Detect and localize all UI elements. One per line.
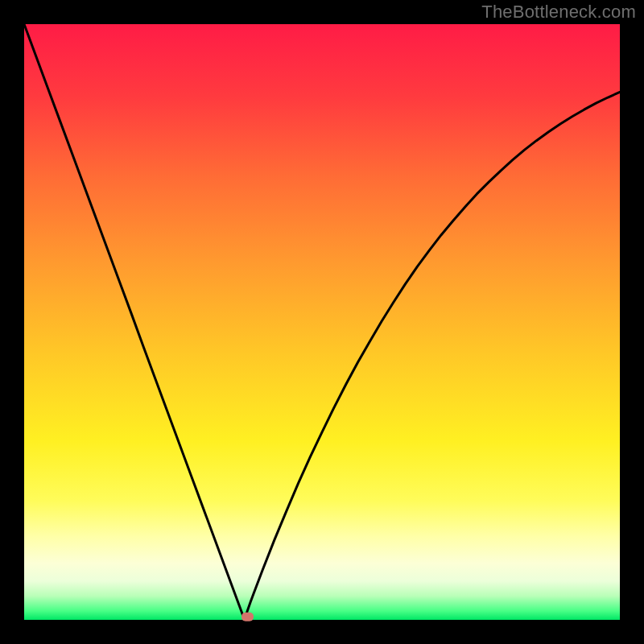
bottleneck-chart: [0, 0, 644, 644]
plot-background: [24, 24, 620, 620]
minimum-marker: [242, 613, 254, 621]
watermark-text: TheBottleneck.com: [481, 2, 636, 23]
